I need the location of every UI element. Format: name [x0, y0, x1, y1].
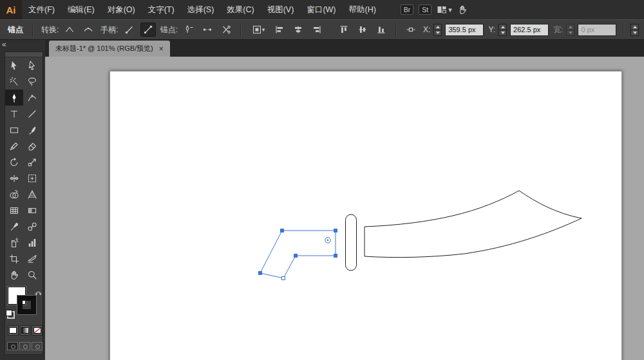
mesh-tool[interactable] [5, 202, 23, 218]
close-icon[interactable]: × [159, 46, 164, 52]
workspace-switcher-icon[interactable]: ▾ [437, 5, 452, 15]
width-field: 0 px [578, 24, 616, 36]
x-label: X: [423, 25, 430, 34]
reference-point-icon[interactable] [403, 23, 419, 37]
default-fill-stroke-icon[interactable] [6, 310, 15, 319]
x-stepper[interactable] [433, 24, 442, 36]
color-button[interactable] [8, 325, 19, 336]
fill-stroke-control [5, 287, 43, 321]
rotate-tool[interactable] [5, 154, 23, 170]
lasso-tool[interactable] [23, 73, 41, 90]
artwork-layer[interactable] [45, 57, 644, 360]
zoom-tool[interactable] [23, 267, 41, 283]
align-middle-icon[interactable] [355, 23, 370, 37]
scale-tool[interactable] [23, 154, 41, 170]
app-logo: Ai [0, 0, 22, 19]
convert-smooth-icon[interactable] [80, 23, 96, 37]
anchor-point[interactable] [334, 254, 337, 258]
canvas-area[interactable] [45, 57, 644, 360]
selected-handle-path[interactable] [260, 231, 336, 278]
menu-type[interactable]: 文字(T) [142, 0, 181, 19]
type-tool[interactable] [5, 106, 23, 122]
anchors-label: 锚点: [160, 24, 178, 35]
rectangle-tool[interactable] [5, 122, 23, 138]
align-top-icon[interactable] [336, 23, 352, 37]
anchor-point[interactable] [334, 229, 337, 232]
menu-file[interactable]: 文件(F) [22, 0, 61, 19]
handles-hide-icon[interactable] [122, 23, 137, 37]
pen-tool[interactable] [5, 90, 23, 106]
bridge-button[interactable]: Br [401, 5, 414, 15]
stroke-swatch[interactable] [17, 296, 36, 314]
align-right-icon[interactable] [309, 23, 325, 37]
menu-edit[interactable]: 编辑(E) [61, 0, 101, 19]
perspective-grid-tool[interactable] [23, 186, 41, 202]
eraser-tool[interactable] [23, 138, 41, 154]
touch-workspace-icon[interactable] [457, 5, 468, 15]
slice-tool[interactable] [23, 251, 41, 267]
illustrator-window: Ai 文件(F)编辑(E)对象(O)文字(T)选择(S)效果(C)视图(V)窗口… [0, 0, 644, 360]
y-stepper[interactable] [498, 24, 507, 36]
column-graph-tool[interactable] [23, 234, 41, 251]
connect-paths-icon[interactable] [200, 23, 215, 37]
anchor-points[interactable] [259, 229, 337, 280]
magic-wand-tool[interactable] [5, 73, 23, 90]
pencil-tool[interactable] [5, 138, 23, 154]
document-tab[interactable]: 未标题-1* @ 101% (RGB/预览) × [49, 41, 170, 57]
delete-anchor-icon[interactable] [181, 23, 196, 37]
menu-window[interactable]: 窗口(W) [300, 0, 342, 19]
anchor-point[interactable] [281, 229, 284, 232]
control-bar: 锚点 转换: 手柄: 锚点: ▾ [0, 19, 644, 40]
symbol-sprayer-tool[interactable] [5, 234, 23, 251]
none-button[interactable] [32, 325, 43, 336]
menu-bar-right: Br St ▾ [401, 5, 468, 15]
artboard-tool[interactable] [5, 251, 23, 267]
hand-tool[interactable] [5, 267, 23, 283]
menu-help[interactable]: 帮助(H) [343, 0, 383, 19]
anchor-point[interactable] [282, 277, 285, 280]
curvature-tool[interactable] [23, 90, 41, 106]
draw-behind-icon[interactable] [19, 342, 30, 350]
height-stepper[interactable] [630, 24, 639, 36]
draw-inside-icon[interactable] [32, 342, 43, 350]
x-field[interactable]: 359.5 px [445, 24, 484, 36]
line-segment-tool[interactable] [23, 106, 41, 122]
guard-capsule-shape[interactable] [346, 214, 357, 270]
tools-panel-grip[interactable] [5, 52, 43, 57]
anchor-point[interactable] [294, 254, 298, 258]
menu-view[interactable]: 视图(V) [261, 0, 301, 19]
menu-select[interactable]: 选择(S) [181, 0, 221, 19]
tools-panel [5, 52, 43, 355]
anchor-point[interactable] [259, 272, 262, 275]
gradient-tool[interactable] [23, 202, 41, 218]
eyedropper-tool[interactable] [5, 218, 23, 234]
draw-mode-buttons [7, 342, 43, 350]
free-transform-tool[interactable] [23, 170, 41, 186]
cut-path-icon[interactable] [218, 23, 234, 37]
direct-selection-tool[interactable] [23, 57, 41, 73]
menu-effect[interactable]: 效果(C) [220, 0, 260, 19]
blade-shape[interactable] [365, 191, 582, 258]
selection-tool[interactable] [5, 57, 23, 73]
y-field[interactable]: 262.5 px [510, 24, 549, 36]
menu-object[interactable]: 对象(O) [101, 0, 142, 19]
convert-corner-icon[interactable] [62, 23, 77, 37]
stock-button[interactable]: St [419, 5, 431, 15]
shape-builder-tool[interactable] [5, 186, 23, 202]
blend-tool[interactable] [23, 218, 41, 234]
document-tab-title: 未标题-1* @ 101% (RGB/预览) [55, 44, 153, 53]
handles-show-icon[interactable] [140, 23, 156, 37]
convert-label: 转换: [41, 24, 59, 35]
draw-normal-icon[interactable] [7, 342, 18, 350]
gradient-button[interactable] [20, 325, 31, 336]
width-tool[interactable] [5, 170, 23, 186]
swap-fill-stroke-icon[interactable] [35, 287, 42, 299]
align-center-icon[interactable] [290, 23, 306, 37]
collapse-panel-icon[interactable]: « [2, 41, 6, 48]
paintbrush-tool[interactable] [23, 122, 41, 138]
align-bottom-icon[interactable] [374, 23, 389, 37]
align-to-artboard-icon[interactable]: ▾ [248, 23, 269, 37]
menu-items: 文件(F)编辑(E)对象(O)文字(T)选择(S)效果(C)视图(V)窗口(W)… [22, 0, 383, 19]
separator [240, 23, 242, 37]
align-left-icon[interactable] [272, 23, 287, 37]
